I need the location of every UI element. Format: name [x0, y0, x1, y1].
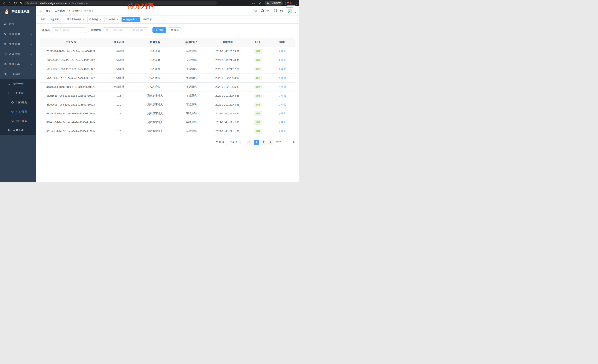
cell-starter: 芋道源码: [174, 118, 208, 127]
approve-link[interactable]: 审批: [278, 129, 286, 133]
tab-流程表单-编辑[interactable]: 流程表单-编辑×: [65, 17, 86, 22]
close-icon[interactable]: ×: [116, 18, 119, 21]
sidebar-item-任务管理[interactable]: 任务管理: [0, 89, 36, 98]
cell-process: OA 请假: [136, 56, 174, 65]
avatar[interactable]: [286, 8, 293, 15]
approve-link[interactable]: 审批: [278, 67, 286, 71]
prev-page-button[interactable]: [247, 140, 252, 145]
status-badge: 激活: [254, 49, 262, 54]
edit-icon: [278, 50, 281, 52]
sidebar-item-已办任务[interactable]: 已办任务: [0, 116, 36, 126]
total-count: 共 16 条: [216, 140, 224, 144]
sidebar-item-label: 流程管理: [13, 82, 31, 86]
breadcrumb-separator: /: [81, 9, 82, 12]
update-button[interactable]: 更新 ⋮: [285, 1, 297, 6]
breadcrumb-item-工作流程[interactable]: 工作流程: [55, 9, 65, 13]
start-date-placeholder: 开始日期: [109, 29, 126, 32]
cell-task-id: 381aa1dd-7ac8-11ec-a9e2-a2380e71991a: [40, 127, 102, 136]
chevron-down-icon: [31, 83, 33, 85]
sidebar: 芋道管理系统 首页系统管理¥支付管理基础设施研发工具工作流程流程管理任务管理我的…: [0, 6, 36, 182]
list-icon: [8, 82, 10, 85]
sidebar-item-label: 请假查询: [13, 129, 36, 132]
tab-我的流程[interactable]: 我的流程×: [105, 17, 120, 22]
key-icon[interactable]: [251, 1, 256, 5]
chevron-down-icon: [31, 33, 33, 35]
approve-link[interactable]: 审批: [278, 94, 286, 97]
page-button-1[interactable]: 1: [254, 140, 259, 145]
approve-link[interactable]: 审批: [278, 121, 286, 124]
approve-link[interactable]: 审批: [278, 50, 286, 53]
tab-发起流程[interactable]: 发起流程×: [48, 17, 64, 22]
cell-task-name: 1.2: [102, 91, 136, 100]
column-header-操作: 操作: [270, 38, 295, 47]
avatar-caret-icon[interactable]: ▾: [295, 11, 296, 13]
tab-已办任务[interactable]: 已办任务×: [87, 17, 103, 22]
face-icon: [11, 101, 14, 104]
cell-starter: 芋道源码: [174, 100, 208, 109]
sidebar-item-基础设施[interactable]: 基础设施: [0, 49, 36, 59]
sidebar-item-工作流程[interactable]: 工作流程: [0, 69, 36, 79]
tags-bar: 首页发起流程×流程表单-编辑×已办任务×我的流程×待办任务×流程详情×: [36, 16, 299, 24]
url-bar[interactable]: 不安全 dashboard.yudao.iocoder.cn/bpm/task/…: [24, 1, 217, 5]
forward-icon[interactable]: [8, 1, 12, 5]
next-page-button[interactable]: [268, 140, 273, 145]
cell-task-name: 1.1: [102, 100, 136, 109]
page-size-select[interactable]: 10条/页: [226, 140, 245, 145]
close-icon[interactable]: ×: [60, 18, 62, 21]
process-name-input[interactable]: [52, 27, 86, 33]
briefcase-icon: [4, 73, 7, 76]
bookmark-star-icon[interactable]: [258, 1, 262, 5]
date-range-picker[interactable]: 开始日期 - 结束日期: [104, 27, 148, 33]
cell-create-time: 2022-01-21 22:42:23: [208, 109, 246, 118]
breadcrumb-item-首页[interactable]: 首页: [46, 9, 51, 13]
user-icon: [8, 129, 10, 132]
sidebar-item-首页[interactable]: 首页: [0, 19, 36, 29]
search-button[interactable]: 搜索: [152, 27, 166, 33]
approve-link[interactable]: 审批: [278, 76, 286, 80]
breadcrumb-separator: /: [67, 9, 68, 12]
search-icon[interactable]: [254, 9, 257, 13]
tab-流程详情[interactable]: 流程详情×: [141, 17, 157, 22]
back-icon[interactable]: [2, 1, 6, 5]
sidebar-item-请假查询[interactable]: 请假查询: [0, 126, 36, 135]
sidebar-item-研发工具[interactable]: 研发工具: [0, 59, 36, 69]
breadcrumb-item-任务管理[interactable]: 任务管理: [69, 9, 80, 13]
table-row: 58154733-7ac8-11ec-a9e2-a2380e71991a1.2测…: [40, 109, 295, 118]
page-button-2[interactable]: 2: [261, 140, 266, 145]
close-icon[interactable]: ×: [99, 18, 101, 21]
approve-link[interactable]: 审批: [278, 85, 286, 89]
home-icon[interactable]: [18, 1, 23, 5]
close-icon[interactable]: ×: [136, 18, 138, 21]
edit-icon: [278, 130, 281, 132]
tab-待办任务[interactable]: 待办任务×: [122, 17, 140, 22]
goto-page-input[interactable]: [283, 140, 291, 145]
close-icon[interactable]: ×: [153, 18, 155, 21]
reset-button[interactable]: 重置: [168, 27, 182, 33]
cell-create-time: 2022-01-21 22:41:29: [208, 127, 246, 136]
cell-create-time: 2022-01-21 22:43:55: [208, 91, 246, 100]
tab-首页[interactable]: 首页: [39, 17, 47, 22]
sidebar-item-支付管理[interactable]: ¥支付管理: [0, 39, 36, 49]
sidebar-collapse-icon[interactable]: [39, 9, 43, 13]
active-tab-dot: [123, 19, 125, 20]
approve-link[interactable]: 审批: [278, 58, 286, 62]
end-date-placeholder: 结束日期: [130, 29, 146, 32]
sidebar-item-待办任务[interactable]: 待办任务: [0, 107, 36, 116]
approve-link[interactable]: 审批: [278, 112, 286, 115]
sidebar-item-流程管理[interactable]: 流程管理: [0, 79, 36, 89]
font-size-icon[interactable]: ᴛT: [280, 9, 283, 12]
sidebar-item-我的流程[interactable]: 我的流程: [0, 98, 36, 107]
github-icon[interactable]: [260, 9, 264, 13]
sidebar-item-系统管理[interactable]: 系统管理: [0, 29, 36, 39]
sidebar-item-label: 基础设施: [9, 53, 31, 56]
eye-closed-icon: [11, 119, 14, 122]
reload-icon[interactable]: [13, 1, 17, 5]
fullscreen-icon[interactable]: [274, 9, 277, 13]
create-time-label: 创建时间: [91, 29, 101, 32]
browser-menu-icon[interactable]: ⋮: [293, 2, 295, 5]
app-logo-row[interactable]: 芋道管理系统: [0, 6, 36, 17]
help-icon[interactable]: [267, 9, 270, 13]
approve-link[interactable]: 审批: [278, 103, 286, 106]
close-icon[interactable]: ×: [82, 18, 84, 21]
goto-label: 前往: [276, 140, 281, 144]
